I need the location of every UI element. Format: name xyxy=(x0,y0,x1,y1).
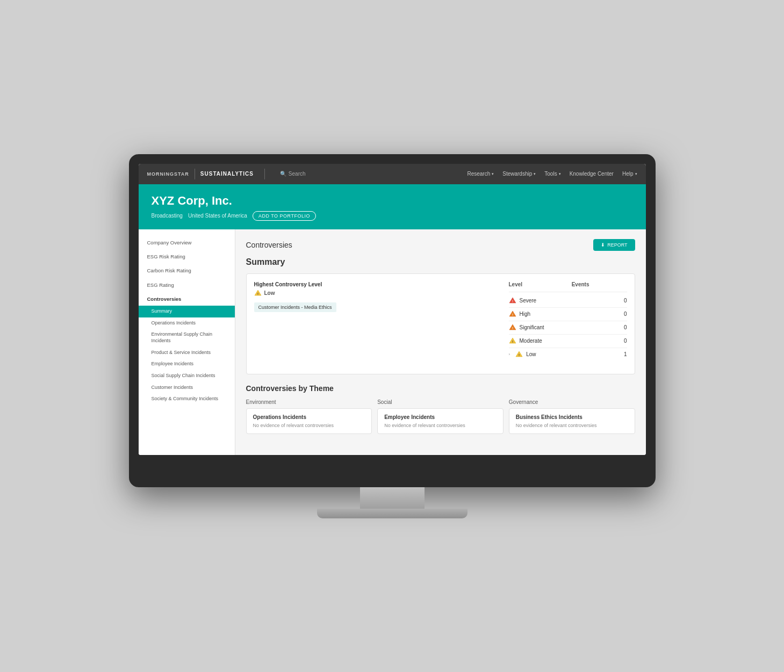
environment-header: Environment xyxy=(246,399,372,405)
main-content: Company Overview ESG Risk Rating Carbon … xyxy=(139,229,646,455)
warning-significant-icon: ! xyxy=(509,324,516,331)
nav-stewardship-label: Stewardship xyxy=(502,171,532,177)
employee-incidents-title: Employee Incidents xyxy=(384,414,497,420)
company-industry: Broadcasting xyxy=(152,213,183,219)
level-column-header: Level xyxy=(509,281,563,287)
warning-low-icon: ! xyxy=(254,290,262,297)
search-placeholder-text: Search xyxy=(289,171,306,177)
morningstar-logo-text: MORNINGSTAR xyxy=(147,171,189,177)
monitor-stand-base xyxy=(317,509,467,518)
controversy-row-high: ! High 0 xyxy=(509,308,627,321)
level-high: ! High xyxy=(509,310,611,318)
nav-bar: MORNINGSTAR SUSTAINALYTICS 🔍 Search Rese… xyxy=(139,164,646,184)
sidebar-item-esg-rating[interactable]: ESG Rating xyxy=(139,278,235,292)
nav-logo-divider xyxy=(195,169,195,179)
nav-stewardship[interactable]: Stewardship ▾ xyxy=(502,171,536,177)
events-column-header: Events xyxy=(563,281,589,287)
by-theme-section-title: Controversies by Theme xyxy=(246,384,635,393)
controversy-row-low[interactable]: › ! Low xyxy=(509,348,627,361)
nav-research[interactable]: Research ▾ xyxy=(467,171,494,177)
low-events: 1 xyxy=(611,351,627,357)
sidebar: Company Overview ESG Risk Rating Carbon … xyxy=(139,229,235,455)
search-icon: 🔍 xyxy=(280,171,286,177)
operations-incidents-card[interactable]: Operations Incidents No evidence of rele… xyxy=(246,408,372,434)
add-to-portfolio-button[interactable]: ADD TO PORTFOLIO xyxy=(253,211,316,221)
business-ethics-desc: No evidence of relevant controversies xyxy=(516,423,628,428)
page-title: Controversies xyxy=(246,241,292,249)
low-level-text: Low xyxy=(264,290,275,296)
severe-label: Severe xyxy=(520,298,537,304)
controversy-row-moderate: ! Moderate 0 xyxy=(509,335,627,348)
theme-column-governance: Governance Business Ethics Incidents No … xyxy=(509,399,635,434)
nav-knowledge-center[interactable]: Knowledge Center xyxy=(570,171,614,177)
svg-text:!: ! xyxy=(257,292,258,295)
sustainalytics-logo-text: SUSTAINALYTICS xyxy=(200,171,254,177)
monitor-wrapper: MORNINGSTAR SUSTAINALYTICS 🔍 Search Rese… xyxy=(129,154,656,518)
svg-text:!: ! xyxy=(512,326,513,329)
warning-severe-icon: ! xyxy=(509,297,516,305)
highest-controversy-label: Highest Controversy Level ! Low xyxy=(254,281,336,312)
level-significant: ! Significant xyxy=(509,324,611,331)
controversy-row-severe: ! Severe 0 xyxy=(509,294,627,308)
sidebar-item-product-service[interactable]: Product & Service Incidents xyxy=(139,347,235,359)
company-meta: Broadcasting United States of America AD… xyxy=(152,211,633,221)
nav-knowledge-label: Knowledge Center xyxy=(570,171,614,177)
significant-label: Significant xyxy=(520,324,544,330)
employee-incidents-card[interactable]: Employee Incidents No evidence of releva… xyxy=(377,408,504,434)
download-icon: ⬇ xyxy=(601,242,605,248)
sidebar-item-employee-incidents[interactable]: Employee Incidents xyxy=(139,358,235,370)
sidebar-item-env-supply-chain[interactable]: Environmental Supply Chain Incidents xyxy=(139,329,235,346)
employee-incidents-desc: No evidence of relevant controversies xyxy=(384,423,497,428)
sidebar-item-society-community[interactable]: Society & Community Incidents xyxy=(139,393,235,405)
chevron-down-icon: ▾ xyxy=(534,172,536,176)
chevron-down-icon: ▾ xyxy=(559,172,561,176)
high-label: High xyxy=(520,311,531,317)
level-low: › ! Low xyxy=(509,351,611,358)
summary-section-title: Summary xyxy=(246,257,635,267)
page-header-row: Controversies ⬇ REPORT xyxy=(246,239,635,251)
chevron-down-icon: ▾ xyxy=(635,172,637,176)
theme-columns: Environment Operations Incidents No evid… xyxy=(246,399,635,434)
nav-research-label: Research xyxy=(467,171,490,177)
high-events: 0 xyxy=(611,311,627,317)
page-content: Controversies ⬇ REPORT Summary Highest C… xyxy=(235,229,646,455)
svg-text:!: ! xyxy=(512,313,513,316)
controversy-row-significant: ! Significant 0 xyxy=(509,321,627,335)
warning-high-icon: ! xyxy=(509,310,516,318)
highlighted-incident-item[interactable]: Customer Incidents - Media Ethics xyxy=(254,302,336,312)
severe-events: 0 xyxy=(611,298,627,304)
monitor-bezel: MORNINGSTAR SUSTAINALYTICS 🔍 Search Rese… xyxy=(129,154,656,487)
report-button-label: REPORT xyxy=(607,242,627,248)
level-moderate: ! Moderate xyxy=(509,337,611,345)
levels-column: Level Events ! xyxy=(509,281,627,361)
theme-column-environment: Environment Operations Incidents No evid… xyxy=(246,399,372,434)
nav-help[interactable]: Help ▾ xyxy=(622,171,637,177)
levels-header-row: Level Events xyxy=(509,281,627,292)
sidebar-item-esg-risk-rating[interactable]: ESG Risk Rating xyxy=(139,250,235,264)
sidebar-item-summary[interactable]: Summary xyxy=(139,306,235,317)
sidebar-item-operations-incidents[interactable]: Operations Incidents xyxy=(139,317,235,329)
operations-incidents-title: Operations Incidents xyxy=(253,414,365,420)
hero-banner: XYZ Corp, Inc. Broadcasting United State… xyxy=(139,184,646,229)
monitor-stand-neck xyxy=(360,487,425,509)
sidebar-item-carbon-risk-rating[interactable]: Carbon Risk Rating xyxy=(139,264,235,278)
monitor-screen: MORNINGSTAR SUSTAINALYTICS 🔍 Search Rese… xyxy=(139,164,646,455)
controversy-summary-card: Highest Controversy Level ! Low xyxy=(246,273,635,374)
level-severe: ! Severe xyxy=(509,297,611,305)
sidebar-item-social-supply-chain[interactable]: Social Supply Chain Incidents xyxy=(139,370,235,382)
svg-text:!: ! xyxy=(519,353,520,356)
report-button[interactable]: ⬇ REPORT xyxy=(593,239,635,251)
nav-tools[interactable]: Tools ▾ xyxy=(544,171,560,177)
company-country: United States of America xyxy=(188,213,247,219)
sidebar-item-company-overview[interactable]: Company Overview xyxy=(139,236,235,250)
significant-events: 0 xyxy=(611,324,627,330)
business-ethics-card[interactable]: Business Ethics Incidents No evidence of… xyxy=(509,408,635,434)
chevron-right-icon: › xyxy=(509,352,510,357)
sidebar-controversies-header: Controversies xyxy=(139,292,235,306)
low-label: Low xyxy=(526,351,536,357)
logo: MORNINGSTAR SUSTAINALYTICS xyxy=(147,169,254,179)
warning-low-row-icon: ! xyxy=(515,351,523,358)
governance-header: Governance xyxy=(509,399,635,405)
sidebar-item-customer-incidents[interactable]: Customer Incidents xyxy=(139,382,235,394)
nav-search-area[interactable]: 🔍 Search xyxy=(280,171,306,177)
